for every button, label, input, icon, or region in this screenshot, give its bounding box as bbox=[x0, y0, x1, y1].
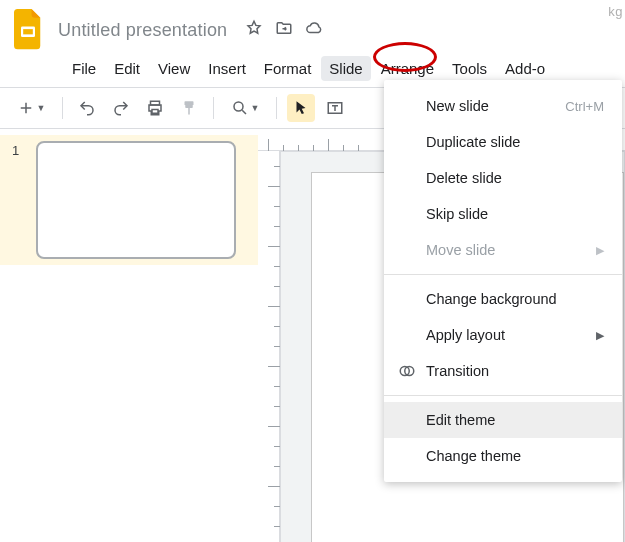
menu-item-label: Duplicate slide bbox=[426, 134, 520, 150]
menu-item-skip-slide[interactable]: Skip slide bbox=[384, 196, 622, 232]
zoom-button[interactable]: ▼ bbox=[224, 94, 266, 122]
menu-item-edit-theme[interactable]: Edit theme bbox=[384, 402, 622, 438]
menu-item-shortcut: Ctrl+M bbox=[565, 99, 604, 114]
menu-item-label: Move slide bbox=[426, 242, 495, 258]
menu-addons[interactable]: Add-o bbox=[497, 56, 553, 81]
menu-separator bbox=[384, 395, 622, 396]
menu-item-change-theme[interactable]: Change theme bbox=[384, 438, 622, 474]
submenu-caret-icon: ▶ bbox=[596, 244, 604, 257]
menu-arrange[interactable]: Arrange bbox=[373, 56, 442, 81]
slide-menu-dropdown: New slide Ctrl+M Duplicate slide Delete … bbox=[384, 80, 622, 482]
menu-item-delete-slide[interactable]: Delete slide bbox=[384, 160, 622, 196]
svg-rect-3 bbox=[152, 110, 158, 114]
cutoff-toolbar-text: kg bbox=[608, 4, 623, 19]
paint-format-button[interactable] bbox=[175, 94, 203, 122]
move-folder-icon[interactable] bbox=[275, 19, 293, 41]
svg-point-4 bbox=[234, 102, 243, 111]
slide-thumbnail[interactable] bbox=[36, 141, 236, 259]
star-icon[interactable] bbox=[245, 19, 263, 41]
menu-item-apply-layout[interactable]: Apply layout ▶ bbox=[384, 317, 622, 353]
menu-item-label: Apply layout bbox=[426, 327, 505, 343]
menu-edit[interactable]: Edit bbox=[106, 56, 148, 81]
menu-item-change-background[interactable]: Change background bbox=[384, 281, 622, 317]
thumbnail-row[interactable]: 1 bbox=[0, 135, 258, 265]
thumbnail-number: 1 bbox=[12, 141, 26, 158]
svg-rect-1 bbox=[23, 29, 33, 34]
menu-item-label: Skip slide bbox=[426, 206, 488, 222]
menu-item-label: Delete slide bbox=[426, 170, 502, 186]
menu-view[interactable]: View bbox=[150, 56, 198, 81]
menu-item-new-slide[interactable]: New slide Ctrl+M bbox=[384, 88, 622, 124]
menu-item-label: Change background bbox=[426, 291, 557, 307]
submenu-caret-icon: ▶ bbox=[596, 329, 604, 342]
menu-format[interactable]: Format bbox=[256, 56, 320, 81]
cloud-status-icon[interactable] bbox=[305, 19, 323, 41]
menu-item-label: Edit theme bbox=[426, 412, 495, 428]
print-button[interactable] bbox=[141, 94, 169, 122]
menu-item-move-slide: Move slide ▶ bbox=[384, 232, 622, 268]
menu-item-transition[interactable]: Transition bbox=[384, 353, 622, 389]
new-slide-button[interactable]: ▼ bbox=[10, 94, 52, 122]
toolbar-separator bbox=[62, 97, 63, 119]
slides-logo-icon bbox=[10, 8, 46, 52]
textbox-tool-button[interactable] bbox=[321, 94, 349, 122]
toolbar-separator bbox=[276, 97, 277, 119]
menu-item-label: Transition bbox=[426, 363, 489, 379]
select-tool-button[interactable] bbox=[287, 94, 315, 122]
menu-slide[interactable]: Slide bbox=[321, 56, 370, 81]
transition-icon bbox=[398, 362, 416, 380]
document-title[interactable]: Untitled presentation bbox=[58, 20, 227, 41]
slide-thumbnail-panel: 1 bbox=[0, 129, 258, 542]
undo-button[interactable] bbox=[73, 94, 101, 122]
redo-button[interactable] bbox=[107, 94, 135, 122]
menu-item-label: Change theme bbox=[426, 448, 521, 464]
menu-file[interactable]: File bbox=[64, 56, 104, 81]
vertical-ruler bbox=[258, 151, 280, 542]
menu-item-label: New slide bbox=[426, 98, 489, 114]
toolbar-separator bbox=[213, 97, 214, 119]
menu-separator bbox=[384, 274, 622, 275]
menu-insert[interactable]: Insert bbox=[200, 56, 254, 81]
menu-tools[interactable]: Tools bbox=[444, 56, 495, 81]
menu-item-duplicate-slide[interactable]: Duplicate slide bbox=[384, 124, 622, 160]
